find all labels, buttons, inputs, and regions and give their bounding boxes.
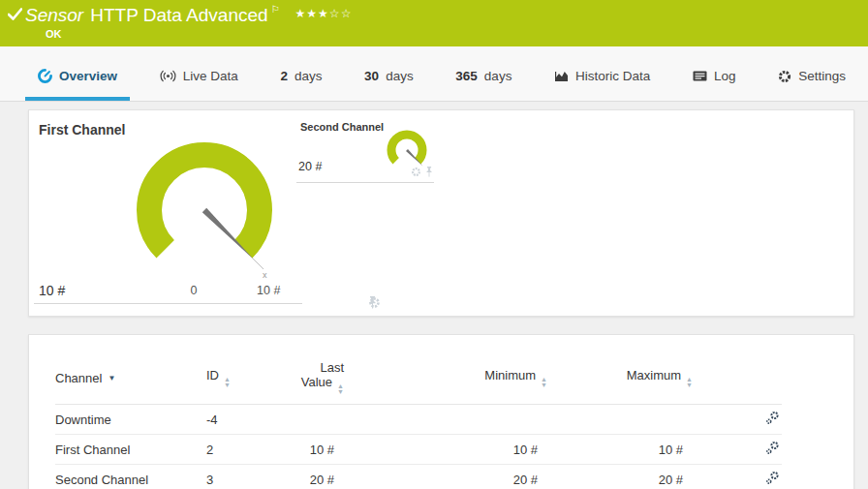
channel-id: 2 — [206, 435, 291, 465]
channel-maximum: 20 # — [547, 465, 693, 489]
column-header-id[interactable]: ID▲▼ — [206, 356, 291, 405]
channel-id: -4 — [206, 405, 291, 435]
tab-365-days[interactable]: 365 days — [443, 58, 524, 94]
gauge-current-value: 10 # — [39, 283, 65, 298]
gauge-first-channel[interactable]: First Channel x 0 10 # 10 # — [34, 117, 302, 304]
channel-name[interactable]: First Channel — [55, 435, 206, 465]
needle-tip-marker: x — [263, 270, 267, 280]
widget-gear-icon[interactable] — [411, 164, 421, 181]
sort-icon: ▲▼ — [224, 377, 231, 388]
sensor-tab-bar: Overview Live Data 2 days 30 days 365 da… — [0, 46, 868, 102]
tab-label: Live Data — [183, 69, 238, 83]
broadcast-icon — [160, 70, 176, 82]
area-chart-icon — [554, 71, 569, 82]
tab-live-data[interactable]: Live Data — [147, 58, 251, 94]
tab-overview[interactable]: Overview — [25, 58, 130, 94]
ok-check-icon — [8, 7, 22, 24]
channel-settings-icon[interactable] — [765, 474, 780, 488]
channel-settings-icon[interactable] — [765, 413, 780, 428]
gauge-title: Second Channel — [300, 121, 384, 133]
widget-pin-icon[interactable] — [425, 164, 433, 181]
gauge-current-value: 20 # — [298, 160, 322, 173]
channel-minimum — [344, 405, 547, 435]
sort-icon: ▲▼ — [686, 377, 693, 388]
tab-label: days — [484, 69, 512, 83]
column-header-last-value[interactable]: Last Value▲▼ — [291, 356, 344, 405]
table-row: Second Channel 3 20 # 20 # 20 # — [55, 465, 782, 489]
channel-minimum: 10 # — [344, 435, 547, 465]
tab-settings[interactable]: Settings — [765, 58, 858, 94]
priority-flag-icon[interactable]: ⚐ — [271, 4, 280, 15]
channel-name[interactable]: Second Channel — [55, 465, 206, 489]
channel-last-value: 10 # — [291, 435, 344, 465]
gauges-panel: First Channel x 0 10 # 10 # Second Chann… — [28, 109, 854, 317]
channel-id: 3 — [206, 465, 291, 489]
channels-panel: Channel▼ ID▲▼ Last Value▲▼ Minimum▲▼ Max… — [28, 334, 854, 489]
gauge-icon — [38, 69, 52, 83]
column-header-maximum[interactable]: Maximum▲▼ — [547, 356, 693, 405]
tab-label: days — [386, 69, 414, 83]
tab-label: days — [294, 69, 323, 83]
gear-icon — [778, 70, 791, 83]
status-badge: OK — [46, 28, 62, 40]
channel-settings-icon[interactable] — [765, 443, 780, 458]
column-header-minimum[interactable]: Minimum▲▼ — [344, 356, 547, 405]
channels-table: Channel▼ ID▲▼ Last Value▲▼ Minimum▲▼ Max… — [55, 356, 782, 489]
table-header-row: Channel▼ ID▲▼ Last Value▲▼ Minimum▲▼ Max… — [55, 356, 782, 405]
table-row: Downtime -4 — [55, 405, 782, 435]
channel-minimum: 20 # — [344, 465, 547, 489]
sort-icon: ▲▼ — [541, 377, 547, 388]
tab-label: Historic Data — [575, 69, 650, 83]
sort-icon: ▲▼ — [337, 383, 344, 395]
tab-historic-data[interactable]: Historic Data — [542, 58, 663, 94]
sensor-header: SensorHTTP Data Advanced⚐★★★☆☆ OK — [0, 0, 868, 46]
channel-last-value: 20 # — [291, 465, 344, 489]
channel-maximum: 10 # — [547, 435, 693, 465]
object-kind-label: Sensor — [25, 5, 83, 25]
priority-stars[interactable]: ★★★☆☆ — [295, 7, 353, 20]
log-icon — [693, 71, 707, 81]
tab-label: Settings — [798, 69, 846, 83]
column-header-channel[interactable]: Channel▼ — [55, 356, 206, 405]
tab-30-days[interactable]: 30 days — [352, 58, 426, 94]
channel-maximum — [547, 405, 693, 435]
table-row: First Channel 2 10 # 10 # 10 # — [55, 435, 782, 465]
channel-last-value — [291, 405, 344, 435]
gauge-second-channel[interactable]: Second Channel 20 # — [296, 117, 434, 183]
gauge-scale-max: 10 # — [257, 284, 280, 297]
gauge-scale-min: 0 — [184, 284, 203, 297]
tab-log[interactable]: Log — [680, 58, 749, 94]
sort-desc-icon: ▼ — [108, 374, 115, 382]
channel-name[interactable]: Downtime — [55, 405, 206, 435]
tab-label: Log — [714, 69, 736, 83]
tab-label: Overview — [59, 69, 117, 83]
tab-2-days[interactable]: 2 days — [267, 58, 334, 94]
sensor-title: HTTP Data Advanced — [90, 5, 267, 25]
gauge-dial: x — [108, 113, 301, 307]
